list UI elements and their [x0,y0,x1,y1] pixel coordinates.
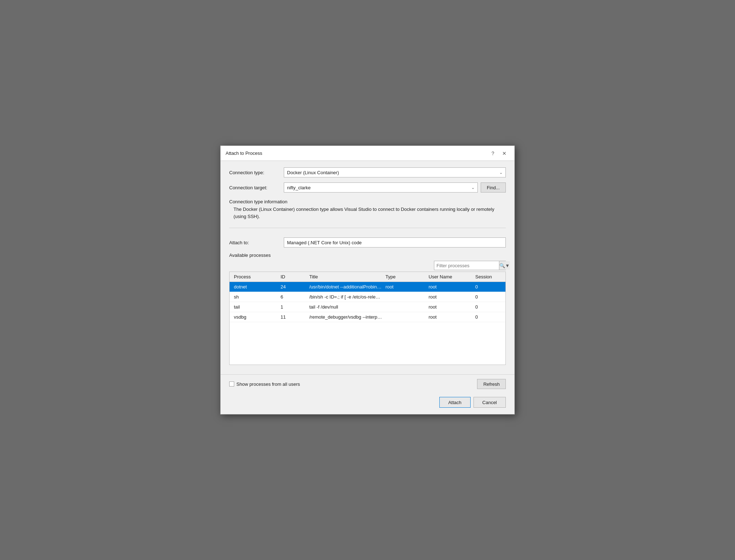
table-cell: /remote_debugger/vsdbg --interpreter=vsc… [308,314,384,320]
connection-type-dropdown[interactable]: Docker (Linux Container) ⌄ [284,167,506,177]
table-cell: root [427,304,474,310]
col-process: Process [232,273,279,280]
table-row[interactable]: dotnet24/usr/bin/dotnet --additionalProb… [230,282,505,292]
table-cell: root [384,283,427,290]
attach-button[interactable]: Attach [439,397,471,408]
table-cell: 11 [279,314,308,320]
connection-target-arrow-icon: ⌄ [471,185,475,190]
table-cell [384,314,427,320]
show-all-users-row: Show processes from all users [229,381,300,387]
title-bar: Attach to Process ? ✕ [221,146,514,161]
table-cell: root [427,293,474,300]
connection-target-control-wrap: nifty_clarke ⌄ Find... [284,182,506,193]
show-all-users-checkbox[interactable] [229,381,234,387]
bottom-buttons: Refresh [477,379,506,389]
table-cell: root [427,283,474,290]
col-session: Session [474,273,503,280]
table-cell: root [427,314,474,320]
table-row[interactable]: sh6/bin/sh -c ID=.; if [ -e /etc/os-rele… [230,292,505,302]
find-button[interactable]: Find... [481,182,506,193]
divider-1 [229,228,506,228]
table-cell: sh [232,293,279,300]
table-cell [384,304,427,310]
table-cell: /bin/sh -c ID=.; if [ -e /etc/os-release… [308,293,384,300]
table-cell: 0 [474,314,503,320]
refresh-button[interactable]: Refresh [477,379,506,389]
connection-type-value: Docker (Linux Container) [287,170,339,175]
available-processes-section: Available processes 🔍 ▼ Process ID Title… [229,253,506,365]
col-type: Type [384,273,427,280]
col-title: Title [308,273,384,280]
close-button[interactable]: ✕ [499,148,509,158]
table-cell: 0 [474,283,503,290]
connection-info-section: Connection type information The Docker (… [229,198,506,221]
table-row[interactable]: vsdbg11/remote_debugger/vsdbg --interpre… [230,312,505,322]
process-table: Process ID Title Type User Name Session … [229,272,506,365]
table-row[interactable]: tail1tail -f /dev/nullroot0 [230,302,505,312]
table-cell: 24 [279,283,308,290]
connection-type-row: Connection type: Docker (Linux Container… [229,167,506,177]
dialog-content: Connection type: Docker (Linux Container… [221,161,514,371]
title-bar-controls: ? ✕ [488,148,509,158]
connection-target-dropdown[interactable]: nifty_clarke ⌄ [284,182,478,193]
help-button[interactable]: ? [488,148,498,158]
table-cell: 6 [279,293,308,300]
attach-to-process-dialog: Attach to Process ? ✕ Connection type: D… [220,145,515,415]
attach-to-field[interactable]: Managed (.NET Core for Unix) code [284,237,506,247]
table-cell: tail [232,304,279,310]
table-cell: /usr/bin/dotnet --additionalProbingPath … [308,283,384,290]
col-username: User Name [427,273,474,280]
filter-input-wrap: 🔍 ▼ [434,261,506,270]
attach-to-label: Attach to: [229,240,279,245]
dropdown-arrow-icon: ⌄ [499,170,503,175]
table-header: Process ID Title Type User Name Session [230,272,505,282]
dialog-title: Attach to Process [226,151,262,156]
table-cell: tail -f /dev/null [308,304,384,310]
table-cell: vsdbg [232,314,279,320]
filter-row: 🔍 ▼ [229,261,506,270]
connection-type-label: Connection type: [229,170,279,175]
table-cell: 0 [474,293,503,300]
col-id: ID [279,273,308,280]
table-cell: 0 [474,304,503,310]
table-body: dotnet24/usr/bin/dotnet --additionalProb… [230,282,505,322]
table-cell [384,293,427,300]
bottom-section: Show processes from all users Refresh [221,374,514,393]
filter-dropdown-button[interactable]: ▼ [505,261,510,270]
table-cell: 1 [279,304,308,310]
connection-info-text: The Docker (Linux Container) connection … [229,206,506,220]
cancel-button[interactable]: Cancel [473,397,506,408]
table-cell: dotnet [232,283,279,290]
attach-to-row: Attach to: Managed (.NET Core for Unix) … [229,237,506,247]
connection-target-value: nifty_clarke [287,185,311,190]
connection-target-label: Connection target: [229,185,279,190]
connection-info-label: Connection type information [229,199,506,204]
filter-search-button[interactable]: 🔍 [499,261,505,270]
connection-type-control-wrap: Docker (Linux Container) ⌄ [284,167,506,177]
dialog-footer: Attach Cancel [221,393,514,414]
connection-target-row: Connection target: nifty_clarke ⌄ Find..… [229,182,506,193]
show-all-users-label: Show processes from all users [236,381,300,387]
available-processes-label: Available processes [229,253,506,258]
filter-processes-input[interactable] [434,262,499,269]
attach-to-value: Managed (.NET Core for Unix) code [287,240,362,245]
